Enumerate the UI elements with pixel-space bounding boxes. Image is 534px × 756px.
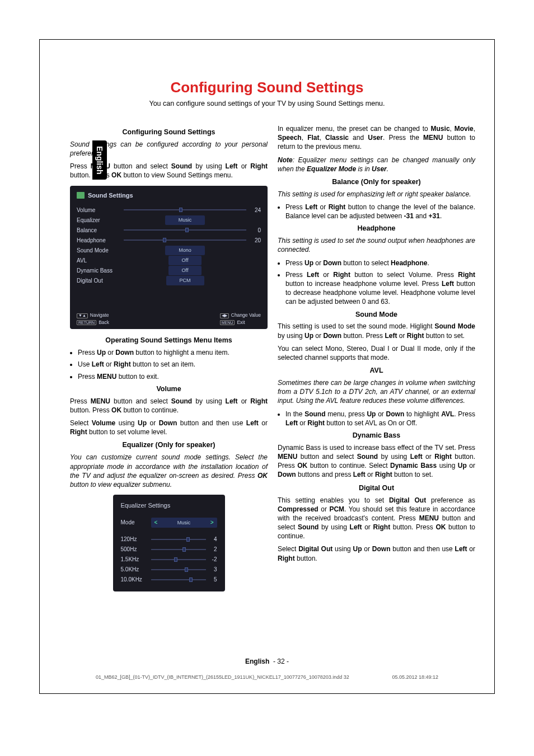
osd-value: Mono	[165, 246, 205, 255]
eq-band-value: 5	[206, 576, 217, 584]
left-column: Configuring Sound Settings Sound setting…	[70, 124, 268, 599]
right-column: In equalizer menu, the preset can be cha…	[278, 124, 475, 599]
note-text: Note: Equalizer menu settings can be cha…	[278, 156, 475, 173]
imposition-date: 05.05.2012 18:49:12	[392, 674, 438, 680]
eq-band-value: 3	[206, 566, 217, 574]
body-text: This setting enables you to set Digital …	[278, 496, 475, 541]
body-text: This setting is used to set the sound mo…	[278, 322, 475, 340]
osd-label: Sound Mode	[77, 247, 124, 255]
eq-band-value: -2	[206, 556, 217, 564]
osd-hint: Back	[99, 320, 109, 326]
body-text: Sometimes there can be large changes in …	[278, 378, 475, 406]
section-heading: Configuring Sound Settings	[70, 128, 268, 137]
section-heading: Operating Sound Settings Menu Items	[70, 336, 268, 345]
speaker-icon	[77, 192, 85, 199]
section-heading: AVL	[278, 366, 475, 375]
osd-row: Dynamic BassOff	[77, 265, 261, 275]
eq-band-label: 5.0KHz	[121, 566, 151, 574]
osd-row: Balance0	[77, 225, 261, 235]
section-heading: Headphone	[278, 224, 475, 233]
nav-keys-icon: ▼▲	[77, 313, 88, 318]
osd-label: Dynamic Bass	[77, 267, 124, 275]
section-heading: Dynamic Bass	[278, 431, 475, 440]
osd-label: Headphone	[77, 237, 124, 245]
osd-row: Sound ModeMono	[77, 245, 261, 255]
imposition-file: 01_MB62_[GB]_(01-TV)_IDTV_(IB_INTERNET)_…	[96, 674, 349, 680]
eq-band-label: 1.5KHz	[121, 556, 151, 564]
eq-slider	[151, 567, 206, 572]
section-heading: Digital Out	[278, 483, 475, 493]
osd-label: Mode	[121, 519, 151, 527]
list-item: Press MENU button to exit.	[78, 372, 268, 381]
eq-slider	[151, 547, 206, 552]
body-text: You can customize current sound mode set…	[70, 453, 268, 489]
body-text: This setting is used to set the sound ou…	[278, 236, 475, 254]
eq-slider	[151, 537, 206, 542]
osd-value: Off	[168, 256, 202, 265]
lr-keys-icon: ◀▶	[220, 313, 229, 318]
eq-row: 500Hz2	[121, 544, 217, 555]
osd-row: Headphone20	[77, 235, 261, 245]
eq-slider	[151, 577, 206, 583]
body-text: In equalizer menu, the preset can be cha…	[278, 124, 475, 152]
osd-value: 0	[246, 227, 261, 234]
osd-label: Equalizer	[77, 217, 124, 224]
section-heading: Volume	[70, 384, 268, 394]
osd-value: Music	[177, 519, 191, 526]
eq-band-label: 120Hz	[121, 536, 151, 543]
eq-band-label: 500Hz	[121, 546, 151, 553]
eq-row: 5.0KHz3	[121, 565, 217, 575]
osd-value: Off	[168, 266, 202, 275]
section-heading: Sound Mode	[278, 310, 475, 320]
list-item: Press Left or Right button to change the…	[285, 203, 475, 220]
body-text: You can select Mono, Stereo, Dual I or D…	[278, 344, 475, 362]
osd-value: 20	[246, 237, 261, 245]
chevron-left-icon: <	[154, 519, 158, 527]
language-tab: English	[92, 140, 107, 180]
body-text: Select Volume using Up or Down button an…	[70, 419, 268, 436]
osd-row: EqualizerMusic	[77, 215, 261, 225]
osd-row: Volume24	[77, 205, 261, 215]
page: English Configuring Sound Settings You c…	[39, 39, 495, 694]
osd-sound-settings: Sound Settings Volume24EqualizerMusicBal…	[70, 186, 268, 330]
page-footer: English - 32 -	[40, 658, 494, 665]
eq-band-label: 10.0KHz	[121, 576, 151, 584]
eq-slider	[151, 557, 206, 562]
list-item: Press Left or Right button to select Vol…	[285, 270, 475, 307]
eq-band-value: 2	[206, 546, 217, 553]
return-key-icon: RETURN	[77, 320, 96, 325]
list-item: In the Sound menu, press Up or Down to h…	[285, 410, 475, 428]
list-item: Press Up or Down button to select Headph…	[285, 259, 475, 267]
osd-mode-selector: < Music >	[151, 518, 217, 528]
osd-title: Sound Settings	[88, 191, 133, 200]
osd-slider	[124, 237, 246, 243]
osd-label: Digital Out	[77, 277, 124, 285]
list-item: Use Left or Right button to set an item.	[78, 360, 268, 369]
eq-row: 10.0KHz5	[121, 575, 217, 585]
osd-value: Music	[165, 215, 205, 224]
osd-title: Equalizer Settings	[121, 501, 217, 510]
osd-value: PCM	[166, 276, 204, 285]
eq-band-value: 4	[206, 536, 217, 543]
osd-label: Volume	[77, 206, 124, 214]
osd-hint: Change Value	[231, 312, 261, 318]
list-item: Press Up or Down button to highlight a m…	[78, 348, 268, 357]
osd-slider	[124, 227, 246, 233]
chevron-right-icon: >	[210, 519, 214, 527]
osd-value: 24	[246, 206, 261, 214]
page-subtitle: You can configure sound settings of your…	[40, 100, 494, 107]
osd-row: AVLOff	[77, 255, 261, 265]
section-heading: Balance (Only for speaker)	[278, 177, 475, 187]
osd-slider	[124, 207, 246, 213]
osd-row: Digital OutPCM	[77, 275, 261, 285]
imposition-slug: 01_MB62_[GB]_(01-TV)_IDTV_(IB_INTERNET)_…	[96, 674, 438, 680]
menu-key-icon: MENU	[220, 320, 235, 325]
osd-label: Balance	[77, 227, 124, 234]
body-text: This setting is used for emphasizing lef…	[278, 190, 475, 199]
body-text: Dynamic Bass is used to increase bass ef…	[278, 443, 475, 480]
osd-equalizer-settings: Equalizer Settings Mode < Music > 120Hz4…	[113, 495, 225, 591]
eq-row: 1.5KHz-2	[121, 555, 217, 565]
body-text: Press MENU button and select Sound by us…	[70, 397, 268, 415]
eq-row: 120Hz4	[121, 534, 217, 544]
osd-hint: Navigate	[90, 312, 109, 318]
